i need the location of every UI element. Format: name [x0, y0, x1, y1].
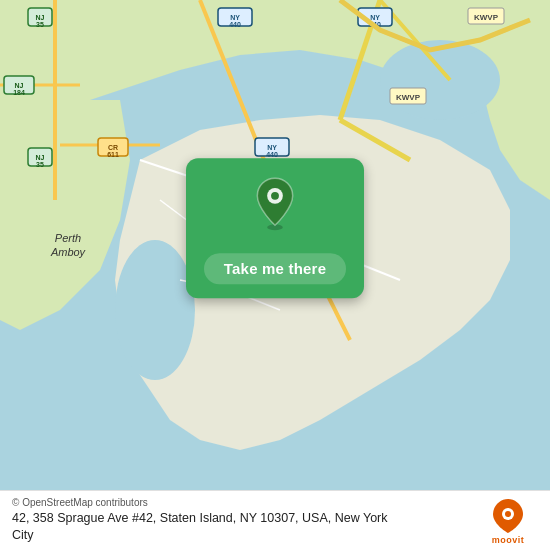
svg-point-6	[380, 40, 500, 120]
svg-text:Amboy: Amboy	[50, 246, 87, 258]
action-card: Take me there	[186, 158, 364, 298]
svg-text:NY: NY	[370, 14, 380, 21]
svg-text:KWVP: KWVP	[396, 93, 421, 102]
svg-text:35: 35	[36, 21, 44, 28]
svg-text:NJ: NJ	[15, 82, 24, 89]
svg-point-56	[271, 192, 279, 200]
svg-point-5	[115, 240, 195, 380]
svg-text:440: 440	[229, 21, 241, 28]
svg-text:CR: CR	[108, 144, 118, 151]
svg-text:NJ: NJ	[36, 154, 45, 161]
copyright-symbol: ©	[12, 497, 19, 508]
svg-point-58	[505, 511, 511, 517]
address-text: 42, 358 Sprague Ave #42, Staten Island, …	[12, 510, 402, 545]
svg-text:Perth: Perth	[55, 232, 81, 244]
svg-text:NJ: NJ	[36, 14, 45, 21]
bottom-bar: © OpenStreetMap contributors 42, 358 Spr…	[0, 490, 550, 550]
location-pin-icon	[251, 176, 299, 231]
osm-attribution: © OpenStreetMap contributors	[12, 497, 402, 508]
location-overlay: Take me there	[185, 158, 365, 298]
address-block: © OpenStreetMap contributors 42, 358 Spr…	[12, 497, 402, 545]
moovit-pin-icon	[489, 497, 527, 535]
svg-text:35: 35	[36, 161, 44, 168]
svg-text:NY: NY	[267, 144, 277, 151]
svg-text:611: 611	[107, 151, 119, 158]
svg-text:NY: NY	[230, 14, 240, 21]
svg-text:440: 440	[266, 151, 278, 158]
map-container: NJ 35 NJ 35 NJ 184 CR 611 NY 440 NY 440 …	[0, 0, 550, 490]
svg-text:184: 184	[13, 89, 25, 96]
svg-text:KWVP: KWVP	[474, 13, 499, 22]
moovit-brand-label: moovit	[492, 535, 525, 545]
take-me-there-button[interactable]: Take me there	[204, 253, 346, 284]
moovit-logo: moovit	[478, 497, 538, 545]
